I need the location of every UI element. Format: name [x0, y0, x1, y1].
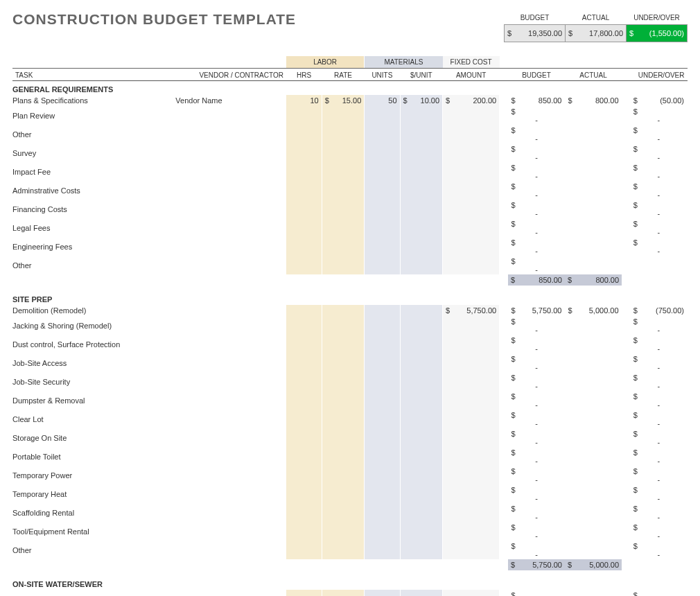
col-perunit: $/UNIT [400, 69, 443, 81]
table-row: Other$-$- [12, 125, 688, 143]
summary-budget-value: $19,350.00 [505, 25, 566, 42]
budget-grid: LABOR MATERIALS FIXED COST TASK VENDOR /… [12, 56, 688, 596]
table-row: Dust control, Surface Protection$-$- [12, 335, 688, 353]
summary-actual-label: ACTUAL [566, 11, 627, 25]
col-amount: AMOUNT [443, 69, 500, 81]
table-row: Impact Fee$-$- [12, 162, 688, 181]
col-actual: ACTUAL [565, 69, 622, 81]
table-row: Job-Site Access$-$- [12, 353, 688, 372]
table-row: Temporary Heat$-$- [12, 484, 688, 503]
table-row: Clear Lot$-$- [12, 410, 688, 428]
col-rate: RATE [322, 69, 365, 81]
table-row: Jacking & Shoring (Remodel)$-$- [12, 316, 688, 335]
subtotal-row: $850.00$800.00 [12, 274, 688, 286]
summary-uo-label: UNDER/OVER [627, 11, 688, 25]
table-row: Soil & Perc Tests$-$- [12, 590, 688, 596]
col-vendor: VENDOR / CONTRACTOR [173, 69, 286, 81]
summary-budget-label: BUDGET [505, 11, 566, 25]
summary-box: BUDGET ACTUAL UNDER/OVER $19,350.00 $17,… [504, 11, 688, 42]
section-header: ON-SITE WATER/SEWER [12, 576, 688, 590]
table-row: Other$- [12, 256, 688, 274]
summary-actual-value: $17,800.00 [566, 25, 627, 42]
col-units: UNITS [365, 69, 400, 81]
page-title: CONSTRUCTION BUDGET TEMPLATE [12, 11, 296, 28]
col-uo: UNDER/OVER [630, 69, 687, 81]
group-header-fixed: FIXED COST [443, 56, 500, 69]
table-row: Legal Fees$-$- [12, 218, 688, 237]
table-row: Adminstrative Costs$-$- [12, 181, 688, 200]
table-row: Demolition (Remodel)$5,750.00$5,750.00$5… [12, 305, 688, 316]
col-hrs: HRS [286, 69, 322, 81]
table-row: Engineering Fees$-$- [12, 237, 688, 256]
table-row: Scaffolding Rental$-$- [12, 503, 688, 522]
table-row: Dumpster & Removal$-$- [12, 391, 688, 410]
table-row: Financing Costs$-$- [12, 200, 688, 218]
subtotal-row: $5,750.00$5,000.00 [12, 559, 688, 570]
table-row: Tool/Equipment Rental$-$- [12, 522, 688, 541]
col-budget: BUDGET [508, 69, 565, 81]
table-row: Storage On Site$-$- [12, 428, 688, 447]
section-header: SITE PREP [12, 291, 688, 305]
table-row: Portable Toilet$-$- [12, 447, 688, 466]
section-header: GENERAL REQUIREMENTS [12, 81, 688, 96]
group-header-materials: MATERIALS [365, 56, 443, 69]
table-row: Temporary Power$-$- [12, 466, 688, 484]
table-row: Other$-$- [12, 541, 688, 559]
table-row: Plans & SpecificationsVendor Name10$15.0… [12, 95, 688, 106]
col-task: TASK [12, 69, 173, 81]
table-row: Survey$-$- [12, 143, 688, 162]
table-row: Plan Review$-$- [12, 106, 688, 125]
group-header-labor: LABOR [286, 56, 365, 69]
table-row: Job-Site Security$-$- [12, 372, 688, 391]
summary-uo-value: $(1,550.00) [627, 25, 688, 42]
